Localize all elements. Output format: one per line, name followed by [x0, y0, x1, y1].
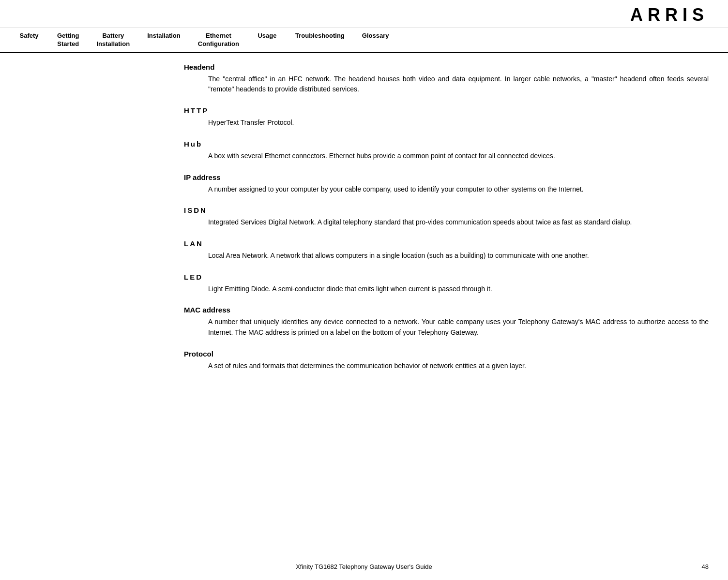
- def-hub: A box with several Ethernet connectors. …: [169, 151, 709, 162]
- nav-safety[interactable]: Safety: [10, 28, 48, 44]
- entry-led: LEDLight Emitting Diode. A semi-conducto…: [169, 273, 709, 295]
- entry-headend: HeadendThe "central office" in an HFC ne…: [169, 63, 709, 95]
- arris-logo: ARRIS: [630, 5, 709, 25]
- nav-bar: Safety Getting Started Battery Installat…: [0, 28, 728, 53]
- footer-spacer: [19, 563, 192, 570]
- term-led: LED: [169, 273, 709, 281]
- entry-http: HTTPHyperText Transfer Protocol.: [169, 106, 709, 128]
- nav-usage[interactable]: Usage: [248, 28, 287, 44]
- nav-troubleshooting[interactable]: Troubleshooting: [287, 28, 353, 44]
- nav-ethernet-configuration[interactable]: Ethernet Configuration: [189, 28, 248, 52]
- def-mac-address: A number that uniquely identifies any de…: [169, 317, 709, 338]
- nav-glossary[interactable]: Glossary: [353, 28, 398, 44]
- entry-lan: LANLocal Area Network. A network that al…: [169, 239, 709, 261]
- nav-getting-started[interactable]: Getting Started: [48, 28, 88, 52]
- nav-battery-installation[interactable]: Battery Installation: [88, 28, 139, 52]
- entry-mac-address: MAC addressA number that uniquely identi…: [169, 306, 709, 338]
- def-lan: Local Area Network. A network that allow…: [169, 251, 709, 261]
- term-ip-address: IP address: [169, 173, 709, 181]
- term-hub: Hub: [169, 140, 709, 148]
- def-ip-address: A number assigned to your computer by yo…: [169, 184, 709, 195]
- entry-hub: HubA box with several Ethernet connector…: [169, 140, 709, 162]
- logo-bar: ARRIS: [0, 0, 728, 28]
- content-area: HeadendThe "central office" in an HFC ne…: [0, 53, 728, 402]
- term-protocol: Protocol: [169, 350, 709, 358]
- footer-title: Xfinity TG1682 Telephony Gateway User's …: [192, 563, 536, 570]
- term-mac-address: MAC address: [169, 306, 709, 314]
- term-headend: Headend: [169, 63, 709, 71]
- footer: Xfinity TG1682 Telephony Gateway User's …: [0, 558, 728, 570]
- def-isdn: Integrated Services Digital Network. A d…: [169, 217, 709, 228]
- entry-ip-address: IP addressA number assigned to your comp…: [169, 173, 709, 195]
- footer-page: 48: [536, 563, 709, 570]
- glossary-entries: HeadendThe "central office" in an HFC ne…: [169, 63, 709, 372]
- def-protocol: A set of rules and formats that determin…: [169, 361, 709, 372]
- entry-isdn: ISDNIntegrated Services Digital Network.…: [169, 206, 709, 228]
- def-led: Light Emitting Diode. A semi-conductor d…: [169, 284, 709, 295]
- term-lan: LAN: [169, 239, 709, 248]
- nav-installation[interactable]: Installation: [138, 28, 189, 44]
- def-headend: The "central office" in an HFC network. …: [169, 74, 709, 95]
- term-isdn: ISDN: [169, 206, 709, 214]
- def-http: HyperText Transfer Protocol.: [169, 118, 709, 128]
- entry-protocol: ProtocolA set of rules and formats that …: [169, 350, 709, 372]
- term-http: HTTP: [169, 106, 709, 115]
